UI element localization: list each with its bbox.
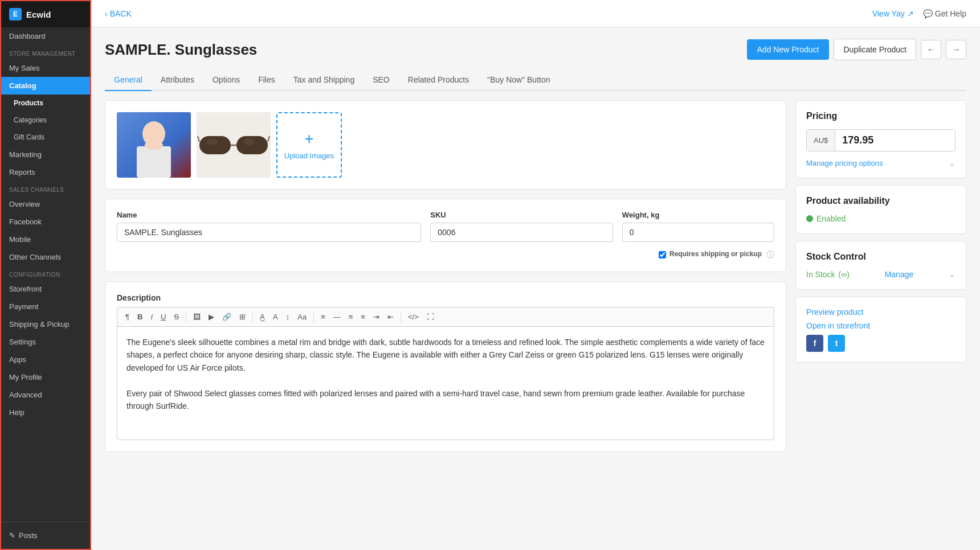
sidebar-item-gift-cards[interactable]: Gift Cards (1, 129, 90, 146)
my-sales-label: My Sales (9, 64, 39, 72)
back-chevron-icon: ‹ (105, 9, 108, 18)
tab-buy-now-button[interactable]: "Buy Now" Button (478, 69, 559, 91)
sidebar-item-products[interactable]: Products (1, 95, 90, 112)
open-in-storefront-link[interactable]: Open in storefront (806, 321, 956, 330)
facebook-icon: f (814, 339, 816, 348)
sidebar-item-catalog[interactable]: Catalog (1, 77, 90, 95)
shipping-label: Shipping & Pickup (9, 320, 70, 329)
facebook-share-button[interactable]: f (806, 335, 823, 352)
svg-point-11 (243, 138, 255, 145)
underline-color-btn[interactable]: A̲ (256, 311, 268, 323)
sidebar-item-storefront[interactable]: Storefront (1, 280, 90, 298)
info-icon[interactable]: ⓘ (766, 250, 774, 260)
bold-btn[interactable]: B (134, 311, 146, 323)
price-input[interactable] (835, 130, 955, 151)
indent-btn[interactable]: ⇥ (370, 311, 383, 323)
table-btn[interactable]: ⊞ (236, 311, 249, 323)
next-product-button[interactable]: → (946, 40, 966, 59)
tab-attributes[interactable]: Attributes (152, 69, 203, 91)
sidebar-item-shipping-pickup[interactable]: Shipping & Pickup (1, 315, 90, 333)
name-sku-weight-row: Name SKU Weight, kg Require (117, 211, 774, 260)
plus-icon: + (304, 130, 313, 148)
tab-buy-now-label: "Buy Now" Button (487, 75, 550, 84)
images-row: + Upload Images (117, 112, 774, 178)
upload-images-button[interactable]: + Upload Images (276, 112, 342, 178)
sidebar-item-facebook[interactable]: Facebook (1, 213, 90, 231)
preview-product-link[interactable]: Preview product (806, 307, 956, 317)
manage-pricing-link[interactable]: Manage pricing options ⌄ (806, 158, 956, 167)
tab-general[interactable]: General (105, 69, 152, 91)
align-btn[interactable]: ≡ (317, 311, 329, 323)
back-button[interactable]: ‹ BACK (105, 9, 132, 18)
sidebar-item-apps[interactable]: Apps (1, 351, 90, 368)
italic-btn[interactable]: I (147, 311, 156, 323)
name-input[interactable] (117, 223, 421, 242)
fullscreen-btn[interactable]: ⛶ (423, 311, 438, 323)
sidebar-item-my-profile[interactable]: My Profile (1, 368, 90, 386)
sidebar-item-categories[interactable]: Categories (1, 112, 90, 129)
sidebar-item-dashboard[interactable]: Dashboard (1, 27, 90, 45)
sidebar-item-reports[interactable]: Reports (1, 163, 90, 181)
stock-title: Stock Control (806, 252, 956, 262)
sidebar-item-posts[interactable]: ✎ Posts (1, 527, 90, 544)
sidebar-brand[interactable]: E Ecwid (1, 1, 90, 27)
image-btn[interactable]: 🖼 (190, 311, 204, 323)
tab-tax-shipping[interactable]: Tax and Shipping (284, 69, 364, 91)
sku-input[interactable] (430, 223, 613, 242)
get-help-link[interactable]: 💬 Get Help (923, 9, 966, 18)
catalog-label: Catalog (9, 81, 36, 90)
tab-options-label: Options (213, 75, 240, 84)
sidebar-item-payment[interactable]: Payment (1, 298, 90, 315)
twitter-share-button[interactable]: t (828, 335, 845, 352)
tab-seo[interactable]: SEO (364, 69, 399, 91)
sidebar-item-my-sales[interactable]: My Sales (1, 59, 90, 77)
line-height-btn[interactable]: ↕ (283, 311, 293, 323)
sidebar-item-mobile[interactable]: Mobile (1, 231, 90, 248)
back-label: BACK (110, 9, 132, 18)
video-btn[interactable]: ▶ (205, 311, 218, 323)
tab-files[interactable]: Files (249, 69, 284, 91)
page-title: SAMPLE. Sunglasses (105, 41, 257, 59)
paragraph-btn[interactable]: ¶ (122, 311, 133, 323)
product-image-2[interactable] (197, 112, 271, 178)
ul-btn[interactable]: ≡ (345, 311, 357, 323)
ol-btn[interactable]: ≡ (357, 311, 369, 323)
toolbar-separator-1 (186, 312, 186, 322)
description-editor[interactable]: The Eugene's sleek silhouette combines a… (117, 326, 774, 440)
strikethrough-btn[interactable]: S (170, 311, 182, 323)
editor-toolbar: ¶ B I U S 🖼 ▶ 🔗 ⊞ A̲ A ↕ Aa (117, 307, 774, 326)
product-image-1[interactable] (117, 112, 191, 178)
sidebar-item-other-channels[interactable]: Other Channels (1, 248, 90, 266)
requires-shipping-checkbox[interactable] (659, 251, 666, 258)
posts-label: Posts (19, 531, 38, 540)
stock-chevron-icon[interactable]: ⌄ (949, 270, 956, 279)
sidebar-item-overview[interactable]: Overview (1, 195, 90, 213)
link-btn[interactable]: 🔗 (219, 311, 235, 323)
external-link-icon: ↗ (907, 9, 914, 18)
outdent-btn[interactable]: ⇤ (384, 311, 397, 323)
prev-product-button[interactable]: ← (921, 40, 941, 59)
tab-seo-label: SEO (373, 75, 390, 84)
sidebar-item-settings[interactable]: Settings (1, 333, 90, 351)
view-yay-link[interactable]: View Yay ↗ (872, 9, 914, 18)
weight-input[interactable] (622, 223, 774, 242)
duplicate-product-button[interactable]: Duplicate Product (834, 39, 916, 60)
sidebar-item-marketing[interactable]: Marketing (1, 146, 90, 163)
images-card: + Upload Images (105, 100, 786, 190)
configuration-label: CONFIGURATION (1, 266, 90, 280)
stock-manage-link[interactable]: Manage (885, 270, 914, 279)
add-new-product-button[interactable]: Add New Product (747, 39, 830, 60)
content-area: SAMPLE. Sunglasses Add New Product Dupli… (91, 27, 980, 550)
two-col-layout: + Upload Images Name SKU (105, 100, 966, 452)
other-channels-label: Other Channels (9, 253, 61, 261)
tab-options[interactable]: Options (203, 69, 249, 91)
sidebar-item-advanced[interactable]: Advanced (1, 386, 90, 404)
highlight-btn[interactable]: A (270, 311, 281, 323)
left-column: + Upload Images Name SKU (105, 100, 786, 452)
underline-btn[interactable]: U (157, 311, 169, 323)
sidebar-item-help[interactable]: Help (1, 404, 90, 421)
hr-btn[interactable]: — (330, 311, 344, 323)
font-size-btn[interactable]: Aa (294, 311, 310, 323)
tab-related-products[interactable]: Related Products (399, 69, 478, 91)
code-btn[interactable]: </> (405, 311, 422, 323)
